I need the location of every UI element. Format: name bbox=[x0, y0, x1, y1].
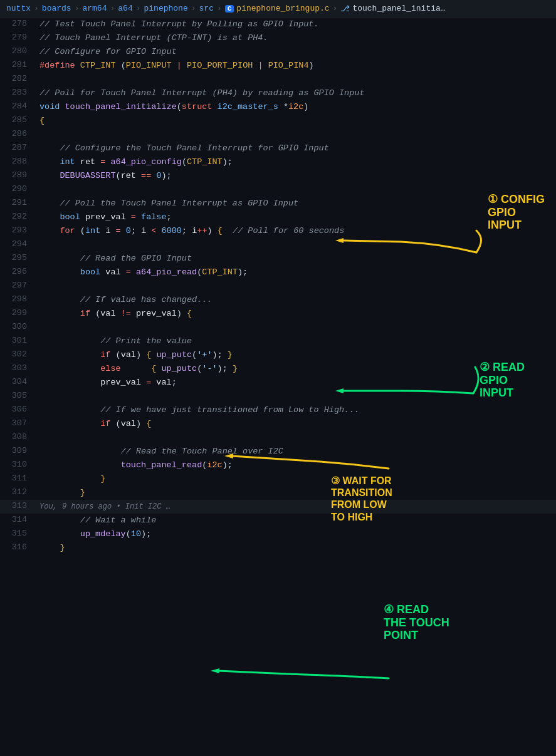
code-line-292: 292 bool prev_val = false; bbox=[0, 210, 556, 224]
code-line-305: 305 bbox=[0, 390, 556, 403]
code-line-284: 284 void touch_panel_initialize(struct i… bbox=[0, 100, 556, 114]
code-line-281: 281 #define CTP_INT (PIO_INPUT | PIO_POR… bbox=[0, 59, 556, 73]
code-line-312: 312 } bbox=[0, 486, 556, 500]
code-line-286: 286 bbox=[0, 128, 556, 142]
code-line-288: 288 int ret = a64_pio_config(CTP_INT); bbox=[0, 155, 556, 169]
code-line-283: 283 // Poll for Touch Panel Interrupt (P… bbox=[0, 86, 556, 100]
svg-marker-3 bbox=[211, 668, 219, 673]
annotation-read-touch: ④ READ THE TOUCH POINT bbox=[384, 603, 449, 642]
code-line-298: 298 // If value has changed... bbox=[0, 293, 556, 307]
code-line-279: 279 // Touch Panel Interrupt (CTP-INT) i… bbox=[0, 31, 556, 45]
code-line-291: 291 // Poll the Touch Panel Interrupt as… bbox=[0, 197, 556, 210]
bc-nuttx[interactable]: nuttx bbox=[6, 4, 31, 13]
bc-arm64[interactable]: arm64 bbox=[82, 4, 107, 13]
bc-filename[interactable]: pinephone_bringup.c bbox=[236, 4, 329, 13]
code-line-313: 313 You, 9 hours ago • Init I2C … bbox=[0, 500, 556, 514]
code-line-278: 278 // Test Touch Panel Interrupt by Pol… bbox=[0, 18, 556, 31]
bc-boards[interactable]: boards bbox=[42, 4, 71, 13]
code-line-303: 303 else { up_putc('-'); } bbox=[0, 362, 556, 376]
code-line-299: 299 if (val != prev_val) { bbox=[0, 307, 556, 321]
annotation-wait-transition: ③ WAIT FOR TRANSITION FROM LOW TO HIGH bbox=[331, 475, 392, 523]
code-line-282: 282 bbox=[0, 73, 556, 86]
code-area: 278 // Test Touch Panel Interrupt by Pol… bbox=[0, 18, 556, 555]
code-line-290: 290 bbox=[0, 183, 556, 197]
bc-pinephone[interactable]: pinephone bbox=[144, 4, 188, 13]
code-line-296: 296 bool val = a64_pio_read(CTP_INT); bbox=[0, 266, 556, 279]
code-line-294: 294 bbox=[0, 238, 556, 252]
code-line-304: 304 prev_val = val; bbox=[0, 376, 556, 390]
code-line-302: 302 if (val) { up_putc('+'); } bbox=[0, 348, 556, 362]
code-line-285: 285 { bbox=[0, 114, 556, 128]
code-line-316: 316 } bbox=[0, 541, 556, 555]
annotation-read-gpio: ② READ GPIO INPUT bbox=[480, 361, 525, 400]
bc-src[interactable]: src bbox=[199, 4, 214, 13]
code-line-289: 289 DEBUGASSERT(ret == 0); bbox=[0, 169, 556, 183]
code-line-293: 293 for (int i = 0; i < 6000; i++) { // … bbox=[0, 224, 556, 238]
code-line-297: 297 bbox=[0, 279, 556, 293]
code-line-310: 310 touch_panel_read(i2c); bbox=[0, 458, 556, 472]
code-line-306: 306 // If we have just transitioned from… bbox=[0, 403, 556, 417]
bc-current: touch_panel_initia… bbox=[352, 4, 445, 13]
code-line-300: 300 bbox=[0, 321, 556, 334]
code-line-307: 307 if (val) { bbox=[0, 417, 556, 431]
code-line-309: 309 // Read the Touch Panel over I2C bbox=[0, 445, 556, 458]
code-line-308: 308 bbox=[0, 431, 556, 445]
annotation-config-gpio: ① CONFIG GPIO INPUT bbox=[488, 193, 545, 232]
code-line-311: 311 } bbox=[0, 472, 556, 486]
breadcrumb-bar: nuttx › boards › arm64 › a64 › pinephone… bbox=[0, 0, 556, 18]
code-line-314: 314 // Wait a while bbox=[0, 514, 556, 527]
code-line-280: 280 // Configure for GPIO Input bbox=[0, 45, 556, 59]
code-line-301: 301 // Print the value bbox=[0, 334, 556, 348]
code-line-315: 315 up_mdelay(10); bbox=[0, 527, 556, 541]
bc-file-icon: C bbox=[225, 5, 234, 13]
code-line-287: 287 // Configure the Touch Panel Interru… bbox=[0, 142, 556, 155]
code-line-295: 295 // Read the GPIO Input bbox=[0, 252, 556, 266]
bc-a64[interactable]: a64 bbox=[118, 4, 132, 13]
bc-branch-icon: ⎇ bbox=[340, 4, 350, 14]
